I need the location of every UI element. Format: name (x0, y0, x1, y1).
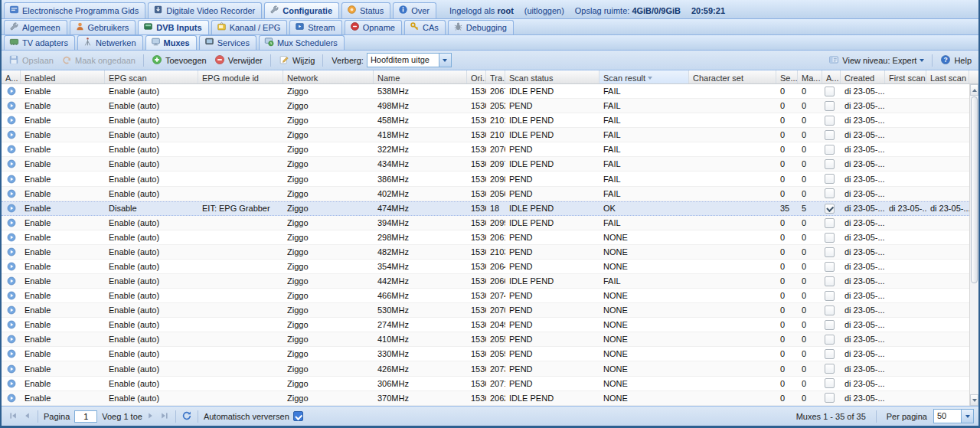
prev-page-button[interactable] (20, 410, 34, 423)
last-page-button[interactable] (158, 410, 172, 423)
mux-row-322mhz[interactable]: EnableEnable (auto)Ziggo322MHz15362076PE… (2, 142, 969, 157)
play-icon[interactable] (2, 320, 21, 329)
row-checkbox[interactable] (825, 247, 835, 257)
tab-over[interactable]: Over (393, 2, 436, 18)
tab-dvb-inputs[interactable]: DVB Inputs (138, 20, 208, 34)
row-checkbox[interactable] (825, 116, 835, 126)
tab-electronische-programma-gids[interactable]: Electronische Programma Gids (4, 2, 145, 18)
play-icon[interactable] (2, 364, 21, 374)
column-header-ma[interactable]: Ma... (798, 70, 822, 83)
mux-row-306mhz[interactable]: EnableEnable (auto)Ziggo306MHz15362071PE… (2, 377, 969, 391)
play-icon[interactable] (2, 130, 21, 139)
tab-mux-schedulers[interactable]: Mux Schedulers (259, 35, 345, 50)
tab-gebruikers[interactable]: Gebruikers (70, 20, 136, 34)
mux-row-298mhz[interactable]: EnableEnable (auto)Ziggo298MHz15362061PE… (2, 230, 969, 245)
mux-row-354mhz[interactable]: EnableEnable (auto)Ziggo354MHz15362064PE… (2, 260, 969, 274)
tab-configuratie[interactable]: Configuratie (264, 2, 339, 18)
scroll-up-button[interactable] (970, 84, 978, 96)
auto-refresh-checkbox[interactable] (293, 411, 303, 421)
row-checkbox[interactable] (825, 291, 835, 301)
next-page-button[interactable] (144, 410, 158, 423)
column-header-scan-result[interactable]: Scan result (599, 70, 689, 83)
column-header-a[interactable]: A... (822, 70, 841, 83)
play-icon[interactable] (2, 87, 21, 96)
row-checkbox[interactable] (825, 378, 835, 388)
mux-row-482mhz[interactable]: EnableEnable (auto)Ziggo482MHz15362103PE… (2, 245, 969, 260)
tab-debugging[interactable]: Debugging (448, 20, 514, 34)
play-icon[interactable] (2, 394, 21, 403)
play-icon[interactable] (2, 291, 21, 300)
tab-status[interactable]: Status (341, 2, 390, 18)
column-header-enabled[interactable]: Enabled (21, 70, 105, 83)
mux-row-402mhz[interactable]: EnableEnable (auto)Ziggo402MHz15362056PE… (2, 187, 969, 201)
edit-button[interactable]: Wijzig (275, 53, 318, 68)
row-checkbox[interactable] (825, 145, 835, 155)
row-checkbox[interactable] (825, 159, 835, 169)
column-header-first-scan[interactable]: First scan (885, 70, 926, 83)
play-icon[interactable] (2, 145, 21, 154)
mux-row-434mhz[interactable]: EnableEnable (auto)Ziggo434MHz15362097ID… (2, 157, 969, 172)
row-checkbox[interactable] (825, 204, 835, 214)
row-checkbox[interactable] (825, 130, 835, 140)
column-header-a[interactable]: A... (2, 70, 21, 83)
row-checkbox[interactable] (825, 218, 835, 228)
mux-row-474mhz[interactable]: EnableDisableEIT: EPG GrabberZiggo474MHz… (2, 201, 969, 216)
tab-opname[interactable]: Opname (345, 20, 402, 34)
mux-row-394mhz[interactable]: EnableEnable (auto)Ziggo394MHz15362099ID… (2, 216, 969, 230)
mux-row-426mhz[interactable]: EnableEnable (auto)Ziggo426MHz15362073PE… (2, 361, 969, 376)
tab-services[interactable]: Services (199, 35, 256, 50)
row-checkbox[interactable] (825, 87, 835, 96)
row-checkbox[interactable] (825, 364, 835, 374)
scroll-down-button[interactable] (970, 394, 978, 406)
mux-row-418mhz[interactable]: EnableEnable (auto)Ziggo418MHz15362107ID… (2, 128, 969, 142)
tab-algemeen[interactable]: Algemeen (4, 20, 67, 34)
add-button[interactable]: Toevoegen (148, 53, 211, 68)
mux-row-530mhz[interactable]: EnableEnable (auto)Ziggo530MHz15362070PE… (2, 303, 969, 318)
play-icon[interactable] (2, 305, 21, 315)
mux-row-410mhz[interactable]: EnableEnable (auto)Ziggo410MHz15362055PE… (2, 332, 969, 347)
vertical-scrollbar[interactable] (969, 84, 978, 406)
play-icon[interactable] (2, 233, 21, 242)
tab-tv-adapters[interactable]: TV adapters (4, 35, 75, 50)
mux-row-274mhz[interactable]: EnableEnable (auto)Ziggo274MHz15362049PE… (2, 318, 969, 332)
tab-stream[interactable]: Stream (289, 20, 341, 34)
row-checkbox[interactable] (825, 188, 835, 198)
mux-row-370mhz[interactable]: EnableEnable (auto)Ziggo370MHz15362062ID… (2, 391, 969, 406)
column-header-network[interactable]: Network (283, 70, 374, 83)
undo-button[interactable]: Maak ongedaan (57, 53, 139, 68)
hide-combobox-trigger[interactable] (439, 53, 452, 67)
column-header-tra[interactable]: Tra... (486, 70, 505, 83)
tab-muxes[interactable]: Muxes (145, 35, 197, 50)
per-page-trigger[interactable] (961, 409, 974, 423)
play-icon[interactable] (2, 335, 21, 344)
play-icon[interactable] (2, 116, 21, 125)
play-icon[interactable] (2, 189, 21, 198)
mux-row-538mhz[interactable]: EnableEnable (auto)Ziggo538MHz15362067ID… (2, 84, 969, 99)
column-header-ori[interactable]: Ori... (467, 70, 486, 83)
mux-row-442mhz[interactable]: EnableEnable (auto)Ziggo442MHz15362066ID… (2, 274, 969, 289)
play-icon[interactable] (2, 159, 21, 168)
column-header-name[interactable]: Name (374, 70, 467, 83)
mux-row-458mhz[interactable]: EnableEnable (auto)Ziggo458MHz15362101ID… (2, 113, 969, 128)
row-checkbox[interactable] (825, 320, 835, 330)
row-checkbox[interactable] (825, 233, 835, 243)
tab-cas[interactable]: CAs (404, 20, 446, 34)
column-header-epg-module-id[interactable]: EPG module id (198, 70, 283, 83)
save-button[interactable]: Opslaan (5, 53, 57, 68)
column-header-se[interactable]: Se... (776, 70, 798, 83)
view-level-button[interactable]: View niveau: Expert (825, 53, 928, 68)
scrollbar-thumb[interactable] (971, 96, 978, 283)
row-checkbox[interactable] (825, 101, 835, 111)
mux-row-498mhz[interactable]: EnableEnable (auto)Ziggo498MHz15362052PE… (2, 99, 969, 113)
per-page-combobox[interactable]: 50 (933, 409, 974, 423)
column-header-scan-status[interactable]: Scan status (505, 70, 599, 83)
refresh-button[interactable] (180, 410, 194, 423)
play-icon[interactable] (2, 276, 21, 286)
row-checkbox[interactable] (825, 174, 835, 184)
row-checkbox[interactable] (825, 262, 835, 272)
logout-link[interactable]: (uitloggen) (524, 6, 564, 15)
play-icon[interactable] (2, 349, 21, 358)
row-checkbox[interactable] (825, 335, 835, 345)
column-header-created[interactable]: Created (841, 70, 885, 83)
mux-row-386mhz[interactable]: EnableEnable (auto)Ziggo386MHz15362098PE… (2, 172, 969, 186)
